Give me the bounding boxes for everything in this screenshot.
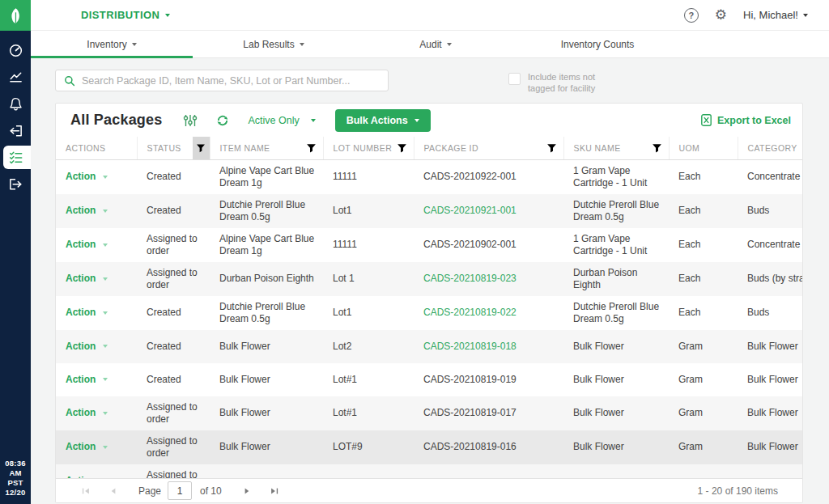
sidebar-item-checklist[interactable] bbox=[0, 144, 31, 171]
cell-status: Created bbox=[137, 363, 210, 396]
filter-funnel-icon[interactable] bbox=[652, 142, 662, 153]
cell-package-id[interactable]: CADS-20210921-001 bbox=[414, 194, 563, 228]
row-action-button[interactable]: Action bbox=[66, 239, 108, 251]
sidebar-item-transfer-in[interactable] bbox=[0, 117, 31, 144]
row-action-button[interactable]: Action bbox=[66, 407, 108, 419]
tab-label: Lab Results bbox=[243, 39, 294, 50]
column-header-status[interactable]: STATUS bbox=[137, 137, 210, 159]
facility-checkbox[interactable] bbox=[508, 73, 521, 85]
row-action-button[interactable]: Action bbox=[66, 273, 108, 285]
cell-category: Buds (by strain) bbox=[738, 262, 802, 296]
distribution-menu[interactable]: DISTRIBUTION bbox=[81, 9, 170, 21]
column-header-category[interactable]: CATEGORY bbox=[738, 137, 802, 159]
active-filter-button[interactable] bbox=[193, 137, 210, 159]
tab-label: Inventory bbox=[87, 39, 126, 50]
gear-icon[interactable]: ⚙ bbox=[715, 8, 727, 22]
row-action-button[interactable]: Action bbox=[66, 171, 108, 183]
export-to-excel-button[interactable]: Export to Excel bbox=[701, 114, 791, 126]
cell-item-name: Bulk Flower bbox=[210, 396, 323, 430]
sidebar-item-gauge[interactable] bbox=[0, 37, 31, 64]
cell-sku-name: 1 Gram Vape Cartridge - 1 Unit bbox=[563, 159, 669, 194]
sidebar-item-chart[interactable] bbox=[0, 64, 31, 91]
refresh-button[interactable] bbox=[215, 113, 230, 128]
column-header-actions[interactable]: ACTIONS bbox=[56, 137, 137, 159]
column-header-item-name[interactable]: ITEM NAME bbox=[210, 137, 323, 159]
cell-package-id[interactable]: CADS-20210819-018 bbox=[414, 330, 563, 363]
clock-timezone: PST bbox=[0, 478, 31, 488]
cell-package-id[interactable]: CADS-20210819-022 bbox=[414, 296, 563, 330]
row-action-button[interactable]: Action bbox=[66, 341, 108, 353]
chevron-down-icon bbox=[132, 43, 137, 46]
header-actions: ? ⚙ Hi, Michael! bbox=[684, 8, 829, 23]
cell-category: Bulk Flower bbox=[738, 430, 802, 464]
help-icon[interactable]: ? bbox=[684, 8, 699, 23]
row-action-label: Action bbox=[66, 407, 96, 419]
tab-audit[interactable]: Audit bbox=[355, 31, 517, 57]
filter-funnel-icon[interactable] bbox=[546, 142, 557, 153]
row-action-button[interactable]: Action bbox=[66, 205, 108, 217]
pagination-controls: Page of 10 bbox=[72, 481, 288, 500]
chevron-down-icon bbox=[103, 277, 108, 281]
search-input[interactable] bbox=[82, 75, 380, 87]
cell-sku-name: Durban Poison Eighth bbox=[563, 262, 669, 296]
cell-uom: Gram bbox=[669, 430, 738, 464]
page-number-input[interactable] bbox=[168, 481, 192, 500]
cell-category: Buds bbox=[738, 296, 802, 330]
row-action-button[interactable]: Action bbox=[66, 307, 108, 319]
active-only-select[interactable]: Active Only bbox=[248, 115, 315, 126]
last-page-button[interactable] bbox=[261, 486, 288, 496]
cell-status: Assigned to order bbox=[137, 430, 210, 464]
tab-inventory-counts[interactable]: Inventory Counts bbox=[517, 31, 678, 57]
last-page-icon bbox=[270, 486, 279, 496]
filter-funnel-icon[interactable] bbox=[306, 142, 317, 153]
column-label: LOT NUMBER bbox=[334, 143, 393, 153]
cell-category: Bulk Flower bbox=[738, 396, 802, 430]
filter-settings-button[interactable] bbox=[183, 113, 198, 128]
column-header-uom[interactable]: UOM bbox=[669, 137, 738, 159]
table-header-row: ACTIONSSTATUSITEM NAMELOT NUMBERPACKAGE … bbox=[56, 137, 802, 159]
app-logo[interactable] bbox=[0, 0, 31, 31]
column-label: PACKAGE ID bbox=[424, 143, 478, 153]
distribution-menu-label: DISTRIBUTION bbox=[81, 9, 159, 21]
clock-date: 12/20 bbox=[0, 488, 31, 498]
cell-category: Bulk Flower bbox=[738, 363, 802, 396]
first-page-button[interactable] bbox=[72, 486, 100, 496]
cell-lot-number: Lot1 bbox=[323, 296, 414, 330]
cell-sku-name: Dutchie Preroll Blue Dream 0.5g bbox=[563, 194, 669, 228]
row-action-button[interactable]: Action bbox=[66, 374, 108, 386]
packages-table: ACTIONSSTATUSITEM NAMELOT NUMBERPACKAGE … bbox=[56, 137, 802, 478]
cell-sku-name bbox=[563, 464, 669, 479]
cell-status: Created bbox=[137, 194, 210, 228]
row-action-label: Action bbox=[66, 475, 96, 478]
tab-lab-results[interactable]: Lab Results bbox=[193, 31, 355, 57]
row-action-button[interactable]: Action bbox=[66, 475, 108, 478]
column-header-lot-number[interactable]: LOT NUMBER bbox=[323, 137, 414, 159]
cell-lot-number: Lot 1 bbox=[323, 262, 414, 296]
user-menu[interactable]: Hi, Michael! bbox=[743, 9, 808, 21]
column-header-package-id[interactable]: PACKAGE ID bbox=[414, 137, 563, 159]
bulk-actions-button[interactable]: Bulk Actions bbox=[335, 109, 431, 132]
next-page-button[interactable] bbox=[233, 486, 261, 496]
cell-category: Bulk Flower bbox=[738, 330, 802, 363]
sidebar-item-transfer-out[interactable] bbox=[0, 171, 31, 197]
cell-package-id[interactable]: CADS-20210819-023 bbox=[414, 262, 563, 296]
chevron-down-icon bbox=[103, 412, 108, 415]
cell-package-id: CADS-20210819-017 bbox=[414, 396, 563, 430]
cell-category: Concentrate (each) bbox=[738, 159, 802, 194]
refresh-icon bbox=[215, 113, 230, 128]
packages-card: All Packages Active Only Bulk Actions Ex… bbox=[55, 103, 803, 503]
cell-package-id: CADS-20210902-001 bbox=[414, 228, 563, 262]
previous-page-button[interactable] bbox=[100, 486, 127, 496]
facility-filter: Include items not tagged for facility bbox=[508, 71, 595, 94]
row-action-button[interactable]: Action bbox=[66, 441, 108, 453]
sidebar-item-bell[interactable] bbox=[0, 91, 31, 117]
table-row: ActionAssigned to orderBulk FlowerLot#1C… bbox=[56, 396, 802, 430]
row-action-label: Action bbox=[66, 441, 96, 453]
row-action-label: Action bbox=[66, 341, 96, 353]
cell-item-name: Dutchie Preroll Blue Dream 0.5g bbox=[210, 194, 323, 228]
cell-uom: Gram bbox=[669, 396, 738, 430]
row-action-label: Action bbox=[66, 374, 96, 386]
filter-funnel-icon[interactable] bbox=[397, 142, 407, 153]
tab-inventory[interactable]: Inventory bbox=[31, 31, 193, 57]
column-header-sku-name[interactable]: SKU NAME bbox=[563, 137, 669, 159]
